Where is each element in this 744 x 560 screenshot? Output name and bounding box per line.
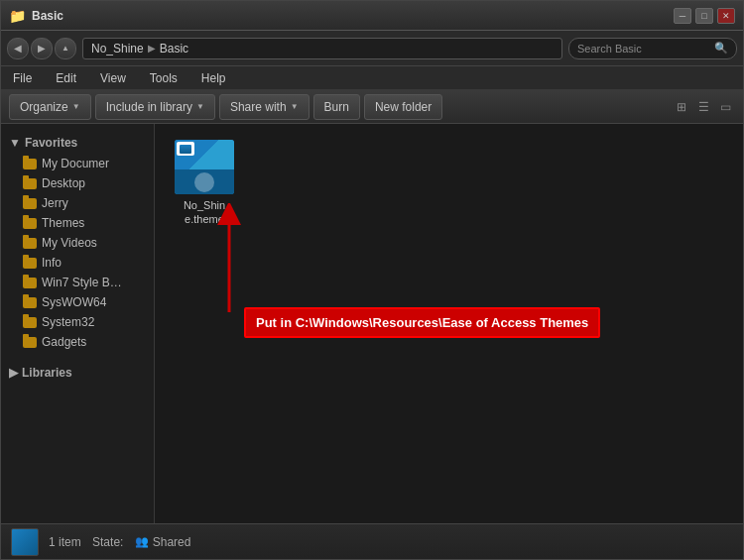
sidebar-item-system32[interactable]: System32: [1, 312, 154, 332]
sidebar-item-label: Gadgets: [42, 335, 86, 349]
sidebar-item-mydocuments[interactable]: My Documer: [1, 154, 154, 173]
status-text: 1 item State: 👥 Shared: [49, 535, 190, 549]
folder-icon: [23, 258, 37, 269]
sidebar-item-myvideos[interactable]: My Videos: [1, 233, 154, 253]
sidebar-item-label: System32: [42, 315, 94, 329]
address-path[interactable]: No_Shine ▶ Basic: [82, 38, 562, 59]
folder-icon: [23, 317, 37, 328]
shared-icon: 👥: [135, 535, 149, 548]
sidebar-item-syswow64[interactable]: SysWOW64: [1, 292, 154, 312]
sidebar-item-label: Desktop: [42, 176, 85, 190]
share-arrow-icon: ▼: [291, 102, 299, 111]
path-separator: ▶: [148, 43, 156, 54]
sidebar-item-label: My Documer: [42, 157, 109, 170]
organize-button[interactable]: Organize ▼: [9, 94, 91, 120]
sidebar-item-label: Jerry: [42, 196, 68, 210]
status-thumbnail: [11, 528, 39, 556]
menu-bar: File Edit View Tools Help: [1, 66, 743, 90]
folder-icon: [23, 178, 37, 189]
annotation-box: Put in C:\Windows\Resources\Ease of Acce…: [244, 307, 600, 338]
item-count: 1 item: [49, 535, 81, 549]
view-details-button[interactable]: ⊞: [672, 97, 691, 117]
sidebar-item-info[interactable]: Info: [1, 253, 154, 273]
sidebar-item-label: SysWOW64: [42, 295, 106, 309]
sidebar-item-desktop[interactable]: Desktop: [1, 173, 154, 193]
toolbar: Organize ▼ Include in library ▼ Share wi…: [1, 90, 743, 124]
window-controls: ─ □ ✕: [674, 8, 735, 24]
path-part-1: No_Shine: [91, 42, 144, 56]
maximize-button[interactable]: □: [695, 8, 713, 24]
sidebar-item-jerry[interactable]: Jerry: [1, 193, 154, 213]
theme-icon-paint: [194, 172, 214, 192]
menu-edit[interactable]: Edit: [52, 69, 80, 87]
libraries-section: ▶ Libraries: [1, 362, 154, 384]
forward-button[interactable]: ▶: [31, 38, 53, 59]
favorites-label: Favorites: [25, 136, 77, 150]
sidebar-item-label: Win7 Style B…: [42, 276, 122, 289]
file-area[interactable]: No_Shin e.theme Put in C:\Windows\Resour…: [155, 124, 743, 523]
theme-icon-bottom: [175, 169, 234, 194]
sidebar-item-label: Themes: [42, 216, 84, 230]
theme-file-icon: [175, 140, 234, 194]
menu-file[interactable]: File: [9, 69, 36, 87]
view-preview-button[interactable]: ▭: [715, 97, 735, 117]
annotation-text: Put in C:\Windows\Resources\Ease of Acce…: [256, 315, 588, 330]
sidebar-item-label: Info: [42, 256, 62, 270]
folder-icon: [23, 218, 37, 229]
menu-tools[interactable]: Tools: [146, 69, 182, 87]
up-button[interactable]: ▲: [55, 38, 76, 59]
path-part-2: Basic: [160, 42, 188, 56]
explorer-window: 📁 Basic ─ □ ✕ ◀ ▶ ▲ No_Shine ▶ Basic Sea…: [0, 0, 744, 560]
badge-inner: [180, 145, 191, 154]
menu-help[interactable]: Help: [197, 69, 230, 87]
folder-icon: [23, 198, 37, 209]
sidebar-item-label: My Videos: [42, 236, 97, 250]
annotation-arrow: [189, 203, 269, 322]
view-list-button[interactable]: ☰: [693, 97, 713, 117]
burn-button[interactable]: Burn: [313, 94, 360, 120]
address-bar: ◀ ▶ ▲ No_Shine ▶ Basic Search Basic 🔍: [1, 31, 743, 66]
window-title: Basic: [32, 9, 674, 23]
theme-icon-badge: [177, 142, 194, 156]
close-button[interactable]: ✕: [717, 8, 735, 24]
share-with-button[interactable]: Share with ▼: [219, 94, 310, 120]
sidebar-item-themes[interactable]: Themes: [1, 213, 154, 233]
folder-icon: [23, 297, 37, 308]
sidebar-item-win7style[interactable]: Win7 Style B…: [1, 273, 154, 292]
organize-arrow-icon: ▼: [72, 102, 80, 111]
search-icon: 🔍: [714, 42, 728, 55]
shared-value: Shared: [153, 535, 191, 549]
title-bar: 📁 Basic ─ □ ✕: [1, 1, 743, 31]
status-bar: 1 item State: 👥 Shared: [1, 523, 743, 559]
search-label: Search Basic: [577, 43, 642, 55]
file-thumbnail: [175, 140, 234, 194]
folder-icon: [23, 238, 37, 249]
libraries-label: Libraries: [22, 366, 72, 380]
search-box[interactable]: Search Basic 🔍: [568, 38, 737, 59]
folder-icon: [23, 278, 37, 288]
libraries-header[interactable]: ▶ Libraries: [1, 362, 154, 384]
window-icon: 📁: [9, 8, 26, 24]
sidebar-item-gadgets[interactable]: Gadgets: [1, 332, 154, 352]
nav-buttons: ◀ ▶ ▲: [7, 38, 76, 59]
new-folder-button[interactable]: New folder: [364, 94, 442, 120]
back-button[interactable]: ◀: [7, 38, 29, 59]
include-arrow-icon: ▼: [196, 102, 204, 111]
folder-icon: [23, 337, 37, 348]
state-label: State:: [92, 535, 123, 549]
favorites-header[interactable]: ▼ Favorites: [1, 132, 154, 154]
menu-view[interactable]: View: [96, 69, 130, 87]
sidebar: ▼ Favorites My Documer Desktop Jerry The…: [1, 124, 155, 523]
folder-icon: [23, 159, 37, 169]
favorites-chevron-icon: ▼: [9, 136, 21, 150]
minimize-button[interactable]: ─: [674, 8, 691, 24]
view-controls: ⊞ ☰ ▭: [672, 97, 735, 117]
include-library-button[interactable]: Include in library ▼: [95, 94, 215, 120]
main-content: ▼ Favorites My Documer Desktop Jerry The…: [1, 124, 743, 523]
libraries-chevron-icon: ▶: [9, 366, 18, 380]
